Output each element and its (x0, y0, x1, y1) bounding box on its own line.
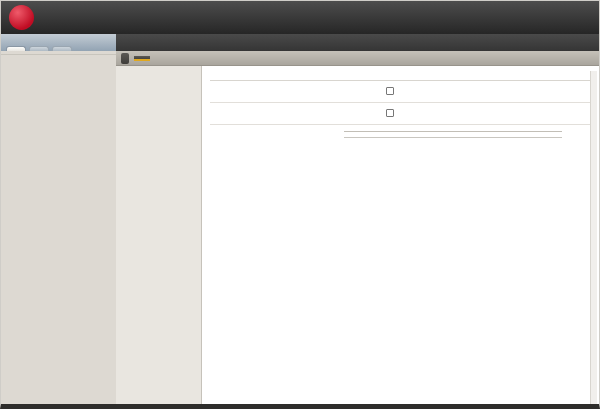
settings-menu-button[interactable] (121, 53, 129, 64)
vertical-scrollbar[interactable] (590, 71, 597, 404)
nav-tab-strip (1, 34, 116, 51)
top-header (1, 1, 599, 34)
f5-bigip-window (0, 0, 600, 409)
row-protocol-errors-attack-detection (210, 103, 590, 125)
page-tab-row (116, 51, 599, 66)
field-description (286, 131, 344, 142)
profile-nav-panel (116, 66, 202, 404)
f5-logo[interactable] (9, 5, 34, 30)
field-label (210, 109, 286, 117)
row-protocol-sip-protection (210, 81, 590, 103)
protocol-errors-enabled-checkbox[interactable] (386, 109, 394, 117)
sip-protection-enabled-checkbox[interactable] (386, 87, 394, 95)
field-label (210, 87, 286, 95)
main-content (202, 66, 599, 404)
breadcrumb (116, 34, 599, 51)
field-description (286, 87, 386, 95)
sidebar (1, 51, 116, 404)
sidebar-bottom (1, 54, 116, 57)
tab-dos-profile-properties[interactable] (134, 56, 150, 61)
field-description (286, 109, 386, 117)
pps-footnote (344, 137, 562, 142)
sip-method-table (344, 131, 562, 132)
field-label (210, 131, 286, 142)
row-sip-method-attack-detection (210, 125, 590, 149)
